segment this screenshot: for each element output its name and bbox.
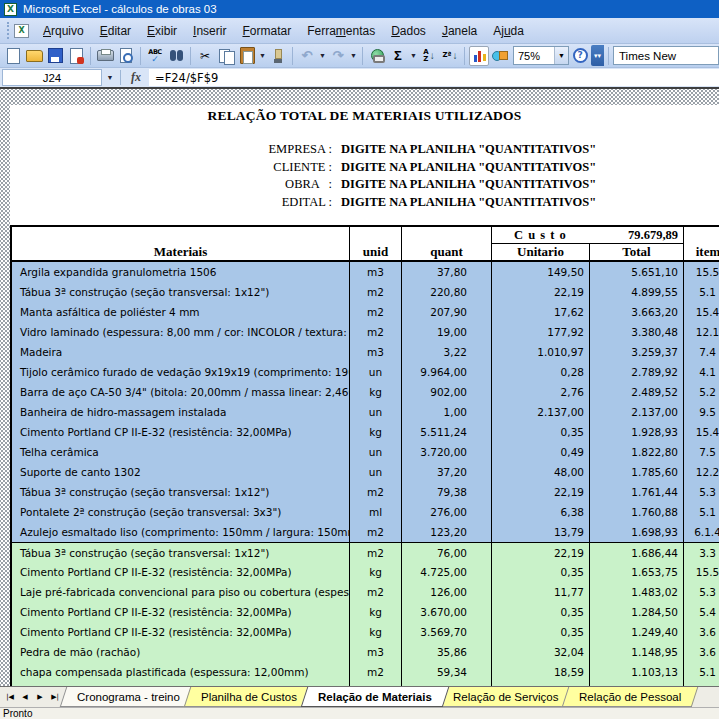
cell-total-cost[interactable]: 3.259,37: [590, 342, 684, 362]
cell-material[interactable]: Tábua 3ª construção (seção transversal: …: [12, 482, 350, 502]
cell-total-cost[interactable]: 4.899,55: [590, 282, 684, 302]
cell-unit-cost[interactable]: 177,92: [492, 322, 590, 342]
cell-unit[interactable]: kg: [350, 562, 402, 582]
cell-unit[interactable]: m2: [350, 482, 402, 502]
cell-item-ref[interactable]: 5.3: [684, 582, 719, 602]
column-header-unit[interactable]: unid: [350, 244, 402, 260]
font-name-combo[interactable]: Times New: [613, 46, 719, 65]
cell-material[interactable]: Azulejo esmaltado liso (comprimento: 150…: [12, 522, 350, 542]
cell-unit-cost[interactable]: 2.137,00: [492, 402, 590, 422]
tab-planilha-de-custos[interactable]: Planilha de Custos: [184, 687, 314, 707]
cell-material[interactable]: chapa compensada plastificada (espessura…: [12, 662, 350, 682]
chart-wizard-icon[interactable]: [469, 46, 489, 66]
cell-empty[interactable]: [12, 682, 350, 686]
cell-material[interactable]: Cimento Portland CP II-E-32 (resistência…: [12, 562, 350, 582]
cell-empty[interactable]: [402, 682, 492, 686]
column-header-materials[interactable]: Materiais: [12, 244, 350, 260]
cell-total-cost[interactable]: 3.380,48: [590, 322, 684, 342]
research-icon[interactable]: [166, 46, 186, 66]
cell-item-ref[interactable]: 5.1: [684, 282, 719, 302]
cell-total-cost[interactable]: 1.653,75: [590, 562, 684, 582]
tab-rela-o-de-servi-os[interactable]: Relação de Serviços: [435, 687, 575, 707]
cell-item-ref[interactable]: 15.5: [684, 262, 719, 282]
cell-quantity[interactable]: 220,80: [402, 282, 492, 302]
cell-unit[interactable]: m2: [350, 662, 402, 682]
cell-quantity[interactable]: 19,00: [402, 322, 492, 342]
cell-unit-cost[interactable]: 149,50: [492, 262, 590, 282]
info-value-cell[interactable]: DIGITE NA PLANILHA "QUANTITATIVOS": [341, 142, 596, 157]
cell-quantity[interactable]: 123,20: [402, 522, 492, 542]
cell-unit-cost[interactable]: 0,35: [492, 562, 590, 582]
cell-quantity[interactable]: 4.725,00: [402, 562, 492, 582]
cell-total-cost[interactable]: 1.284,50: [590, 602, 684, 622]
cell-quantity[interactable]: 59,34: [402, 662, 492, 682]
cell-total-cost[interactable]: 1.249,40: [590, 622, 684, 642]
cell-unit[interactable]: kg: [350, 422, 402, 442]
cell-total-cost[interactable]: 1.698,93: [590, 522, 684, 542]
first-sheet-button[interactable]: |◀: [3, 689, 17, 705]
cell-quantity[interactable]: 79,38: [402, 482, 492, 502]
menubar-grip-handle[interactable]: [7, 22, 10, 39]
cell-empty[interactable]: [684, 682, 719, 686]
cell-total-cost[interactable]: 1.785,60: [590, 462, 684, 482]
cell-total-cost[interactable]: 2.137,00: [590, 402, 684, 422]
cell-quantity[interactable]: 5.511,24: [402, 422, 492, 442]
cell-quantity[interactable]: 9.964,00: [402, 362, 492, 382]
cell-item-ref[interactable]: 3.6: [684, 642, 719, 662]
cell-total-cost[interactable]: 1.760,88: [590, 502, 684, 522]
cell-material[interactable]: Cimento Portland CP II-E-32 (resistência…: [12, 422, 350, 442]
header-empty-cell[interactable]: [684, 227, 719, 244]
open-icon[interactable]: [24, 46, 44, 66]
redo-dropdown[interactable]: ▼: [349, 46, 358, 66]
cell-material[interactable]: Telha cerâmica: [12, 442, 350, 462]
cell-item-ref[interactable]: 3.6: [684, 622, 719, 642]
column-header-unit-cost[interactable]: Unitario: [492, 244, 590, 260]
column-header-qty[interactable]: quant: [402, 244, 492, 260]
name-box-dropdown-icon[interactable]: ▼: [102, 68, 118, 87]
info-label-cell[interactable]: EMPRESA :: [10, 142, 332, 157]
format-painter-icon[interactable]: [268, 46, 288, 66]
cell-item-ref[interactable]: 3.3: [684, 543, 719, 562]
cell-item-ref[interactable]: 6.1.4: [684, 522, 719, 542]
cell-unit-cost[interactable]: 18,59: [492, 662, 590, 682]
cell-unit-cost[interactable]: 48,00: [492, 462, 590, 482]
worksheet-menu-icon[interactable]: X: [14, 24, 29, 38]
cell-unit-cost[interactable]: 0,35: [492, 602, 590, 622]
cell-item-ref[interactable]: 15.5: [684, 562, 719, 582]
cell-unit[interactable]: un: [350, 362, 402, 382]
cell-unit[interactable]: m2: [350, 282, 402, 302]
menu-item-ajuda[interactable]: Ajuda: [485, 20, 532, 42]
cell-material[interactable]: Pedra de mão (rachão): [12, 642, 350, 662]
column-header-item[interactable]: item: [684, 244, 719, 260]
cell-unit-cost[interactable]: 6,38: [492, 502, 590, 522]
cell-unit-cost[interactable]: 0,35: [492, 422, 590, 442]
cell-quantity[interactable]: 276,00: [402, 502, 492, 522]
cell-total-cost[interactable]: 1.148,95: [590, 642, 684, 662]
cut-icon[interactable]: ✂: [195, 46, 215, 66]
info-label-cell[interactable]: EDITAL :: [10, 195, 332, 210]
cell-quantity[interactable]: 3.569,70: [402, 622, 492, 642]
cell-unit-cost[interactable]: 2,76: [492, 382, 590, 402]
cell-quantity[interactable]: 3.670,00: [402, 602, 492, 622]
print-preview-icon[interactable]: [116, 46, 136, 66]
cell-item-ref[interactable]: 9.5: [684, 402, 719, 422]
permission-icon[interactable]: [66, 46, 86, 66]
zoom-combo[interactable]: 75%▼: [513, 46, 569, 65]
cell-material[interactable]: Pontalete 2ª construção (seção transvers…: [12, 502, 350, 522]
cell-total-cost[interactable]: 1.483,02: [590, 582, 684, 602]
cell-unit-cost[interactable]: 0,28: [492, 362, 590, 382]
autosum-icon[interactable]: Σ: [388, 46, 408, 66]
cell-material[interactable]: Vidro laminado (espessura: 8,00 mm / cor…: [12, 322, 350, 342]
cell-item-ref[interactable]: 7.5: [684, 442, 719, 462]
cell-empty[interactable]: [590, 682, 684, 686]
cell-item-ref[interactable]: 5.1: [684, 502, 719, 522]
cell-unit[interactable]: kg: [350, 382, 402, 402]
cell-item-ref[interactable]: 5.1: [684, 662, 719, 682]
cell-unit[interactable]: m2: [350, 582, 402, 602]
cell-total-cost[interactable]: 1.761,44: [590, 482, 684, 502]
cell-total-cost[interactable]: 3.663,20: [590, 302, 684, 322]
cell-unit-cost[interactable]: 22,19: [492, 482, 590, 502]
cell-quantity[interactable]: 37,80: [402, 262, 492, 282]
drawing-icon[interactable]: [490, 46, 510, 66]
cell-unit-cost[interactable]: 1.010,97: [492, 342, 590, 362]
